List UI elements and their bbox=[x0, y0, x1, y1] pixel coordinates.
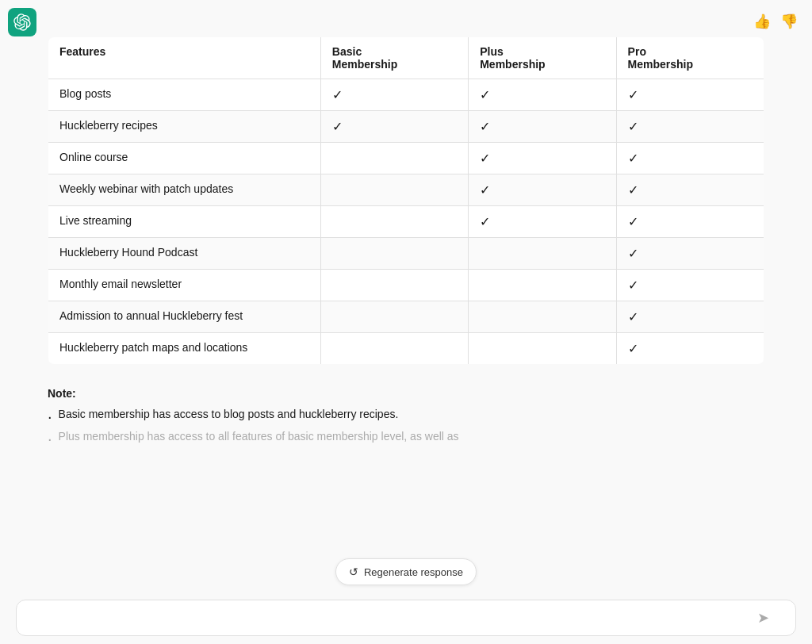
note-title: Note: bbox=[48, 387, 764, 400]
input-wrapper: ➤ bbox=[16, 600, 796, 636]
top-bar: 👍 👎 bbox=[0, 0, 812, 36]
table-row: Live streaming✓✓ bbox=[48, 206, 764, 238]
table-row: Huckleberry recipes✓✓✓ bbox=[48, 111, 764, 143]
table-row: Huckleberry patch maps and locations✓ bbox=[48, 333, 764, 365]
feature-cell: Live streaming bbox=[48, 206, 321, 238]
feature-cell: Huckleberry patch maps and locations bbox=[48, 333, 321, 365]
plus-cell bbox=[469, 270, 616, 301]
regenerate-label: Regenerate response bbox=[364, 566, 463, 578]
basic-cell bbox=[320, 270, 468, 301]
pro-cell: ✓ bbox=[616, 79, 764, 111]
regenerate-button[interactable]: ↺ Regenerate response bbox=[335, 558, 477, 585]
plus-cell: ✓ bbox=[469, 143, 616, 174]
send-icon: ➤ bbox=[757, 610, 769, 626]
plus-cell: ✓ bbox=[469, 206, 616, 238]
feature-cell: Monthly email newsletter bbox=[48, 270, 321, 301]
send-button[interactable]: ➤ bbox=[754, 606, 772, 630]
feedback-buttons[interactable]: 👍 👎 bbox=[750, 8, 801, 32]
feature-cell: Online course bbox=[48, 143, 321, 174]
pro-cell: ✓ bbox=[616, 174, 764, 206]
table-row: Online course✓✓ bbox=[48, 143, 764, 174]
plus-cell bbox=[469, 301, 616, 333]
basic-cell bbox=[320, 333, 468, 365]
basic-cell: ✓ bbox=[320, 111, 468, 143]
basic-cell bbox=[320, 206, 468, 238]
note-item-basic: Basic membership has access to blog post… bbox=[48, 408, 764, 425]
chat-input[interactable] bbox=[16, 600, 796, 636]
feature-cell: Huckleberry recipes bbox=[48, 111, 321, 143]
basic-cell bbox=[320, 238, 468, 270]
note-item-plus-text: Plus membership has access to all featur… bbox=[59, 430, 459, 443]
feature-header: Features bbox=[48, 37, 321, 79]
pro-cell: ✓ bbox=[616, 301, 764, 333]
table-row: Admission to annual Huckleberry fest✓ bbox=[48, 301, 764, 333]
plus-cell: ✓ bbox=[469, 174, 616, 206]
table-header-row: Features BasicMembership PlusMembership … bbox=[48, 37, 764, 79]
table-row: Weekly webinar with patch updates✓✓ bbox=[48, 174, 764, 206]
feature-cell: Huckleberry Hound Podcast bbox=[48, 238, 321, 270]
note-section: Note: Basic membership has access to blo… bbox=[48, 387, 764, 460]
pro-cell: ✓ bbox=[616, 270, 764, 301]
feature-cell: Admission to annual Huckleberry fest bbox=[48, 301, 321, 333]
pro-membership-header: ProMembership bbox=[616, 37, 764, 79]
membership-comparison-table: Features BasicMembership PlusMembership … bbox=[48, 36, 764, 365]
basic-cell bbox=[320, 143, 468, 174]
pro-cell: ✓ bbox=[616, 238, 764, 270]
pro-cell: ✓ bbox=[616, 333, 764, 365]
note-item-basic-text: Basic membership has access to blog post… bbox=[59, 408, 399, 420]
thumbs-up-button[interactable]: 👍 bbox=[750, 11, 774, 32]
basic-cell bbox=[320, 174, 468, 206]
content-area: Features BasicMembership PlusMembership … bbox=[0, 36, 812, 593]
plus-cell: ✓ bbox=[469, 79, 616, 111]
note-item-plus: Plus membership has access to all featur… bbox=[48, 430, 764, 447]
plus-cell bbox=[469, 238, 616, 270]
plus-cell bbox=[469, 333, 616, 365]
basic-membership-header: BasicMembership bbox=[320, 37, 468, 79]
table-row: Huckleberry Hound Podcast✓ bbox=[48, 238, 764, 270]
pro-cell: ✓ bbox=[616, 143, 764, 174]
feature-cell: Weekly webinar with patch updates bbox=[48, 174, 321, 206]
basic-cell: ✓ bbox=[320, 79, 468, 111]
plus-cell: ✓ bbox=[469, 111, 616, 143]
plus-membership-header: PlusMembership bbox=[469, 37, 616, 79]
table-row: Monthly email newsletter✓ bbox=[48, 270, 764, 301]
basic-cell bbox=[320, 301, 468, 333]
table-row: Blog posts✓✓✓ bbox=[48, 79, 764, 111]
pro-cell: ✓ bbox=[616, 111, 764, 143]
regenerate-icon: ↺ bbox=[349, 565, 358, 578]
feature-cell: Blog posts bbox=[48, 79, 321, 111]
thumbs-down-button[interactable]: 👎 bbox=[777, 11, 801, 32]
pro-cell: ✓ bbox=[616, 206, 764, 238]
note-list: Basic membership has access to blog post… bbox=[48, 408, 764, 447]
chatgpt-logo bbox=[8, 8, 36, 36]
bottom-bar: ↺ Regenerate response ➤ bbox=[0, 593, 812, 644]
